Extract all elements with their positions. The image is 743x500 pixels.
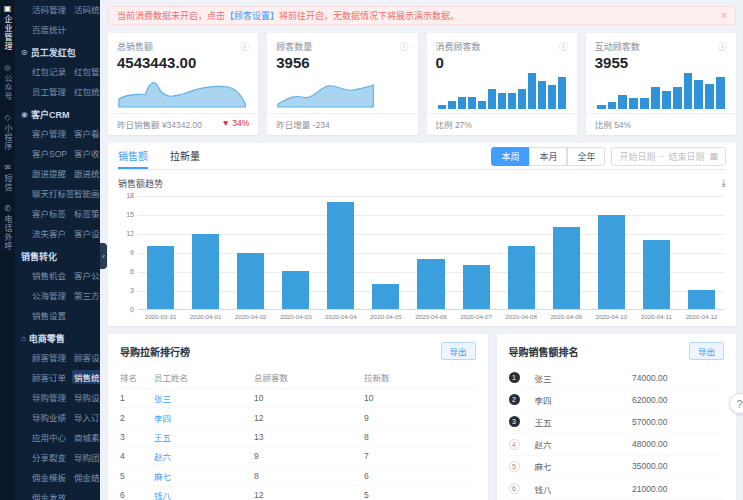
alert-settings-link[interactable]: 【顾客设置】 xyxy=(225,9,279,22)
info-icon[interactable]: ⓘ xyxy=(718,40,727,53)
range-year-button[interactable]: 全年 xyxy=(567,147,605,166)
close-icon[interactable]: × xyxy=(721,10,727,21)
bar-2020-04-04[interactable] xyxy=(327,202,354,309)
x-tick-label: 2020-04-06 xyxy=(408,313,453,320)
rail-item-短信[interactable]: ✉短信 xyxy=(3,164,12,192)
table-row: 4赵六97 xyxy=(120,447,476,466)
bar-2020-04-09[interactable] xyxy=(553,227,580,309)
menu-item-智能画像[interactable]: 智能画像 xyxy=(74,187,100,199)
bar-2020-04-07[interactable] xyxy=(463,265,490,309)
menu-item-销售统计[interactable]: 销售统计 xyxy=(72,370,100,384)
sidebar-menu: 活码管理活码统计百度统计⊙员工发红包红包记录红包管理员工管理红包统计◉客户CRM… xyxy=(15,0,100,500)
employee-name-link[interactable]: 赵六 xyxy=(154,450,254,462)
menu-item-标签策略[interactable]: 标签策略 xyxy=(74,207,100,219)
menu-item-顾客设置[interactable]: 顾客设置 xyxy=(74,351,100,363)
menu-item-应用中心[interactable]: 应用中心 xyxy=(32,431,74,443)
menu-item-客户收入分配[interactable]: 客户收入分配 xyxy=(74,147,100,159)
menu-item-导购设置[interactable]: 导购设置 xyxy=(74,391,100,403)
employee-name-link[interactable]: 李四 xyxy=(154,412,254,424)
menu-item-客户SOP[interactable]: 客户SOP xyxy=(32,147,74,159)
bar-2020-04-05[interactable] xyxy=(372,284,399,309)
bar-2020-04-03[interactable] xyxy=(282,271,309,309)
employee-name-link[interactable]: 王五 xyxy=(154,431,254,443)
new-customers-cell: 7 xyxy=(364,451,476,461)
sidebar-collapse-handle[interactable]: ‹ xyxy=(100,243,107,269)
rail-item-电话外呼[interactable]: ✆电话外呼 xyxy=(3,205,12,251)
menu-item-分享裂变[interactable]: 分享裂变 xyxy=(32,451,74,463)
menu-item-佣金发放[interactable]: 佣金发放 xyxy=(32,491,74,500)
menu-item-客户设置[interactable]: 客户设置 xyxy=(74,227,100,239)
menu-item-客户标签[interactable]: 客户标签 xyxy=(32,207,74,219)
export-button[interactable]: 导出 xyxy=(689,342,724,360)
menu-item-公海管理[interactable]: 公海管理 xyxy=(32,289,74,301)
employee-name-link[interactable]: 张三 xyxy=(154,392,254,404)
menu-item-佣金模板[interactable]: 佣金模板 xyxy=(32,471,74,483)
bar-2020-04-11[interactable] xyxy=(643,240,670,309)
menu-item-客户看板[interactable]: 客户看板 xyxy=(74,127,100,139)
menu-row: 导购业绩导入订单 xyxy=(15,411,100,423)
menu-item-客户管理[interactable]: 客户管理 xyxy=(32,127,74,139)
rail-item-小程序[interactable]: ◇小程序 xyxy=(3,114,12,151)
rail-item-公众号[interactable]: ◎公众号 xyxy=(3,64,12,101)
employee-name-link[interactable]: 钱八 xyxy=(154,489,254,500)
rail-item-label: 电话外呼 xyxy=(3,215,12,251)
bar-2020-04-10[interactable] xyxy=(598,215,625,309)
bar-column xyxy=(499,196,544,309)
bar-2020-03-31[interactable] xyxy=(147,246,174,309)
menu-item-流失客户[interactable]: 流失客户 xyxy=(32,227,74,239)
spark-bar xyxy=(558,77,566,109)
card-title: 互动顾客数 xyxy=(595,40,640,53)
menu-item-红包管理[interactable]: 红包管理 xyxy=(74,65,100,77)
sales-area-sparkline xyxy=(117,73,249,109)
info-icon[interactable]: ⓘ xyxy=(240,40,249,53)
employee-name-link[interactable]: 麻七 xyxy=(154,470,254,482)
rail-item-企业管理[interactable]: ▣企业管理 xyxy=(3,5,12,51)
range-week-button[interactable]: 本周 xyxy=(491,147,529,166)
menu-item-佣金结算[interactable]: 佣金结算 xyxy=(74,471,100,483)
range-month-button[interactable]: 本月 xyxy=(529,147,567,166)
menu-item-红包统计[interactable]: 红包统计 xyxy=(74,85,100,97)
menu-item-活码管理[interactable]: 活码管理 xyxy=(32,3,74,15)
menu-item-员工管理[interactable]: 员工管理 xyxy=(32,85,74,97)
info-icon[interactable]: ⓘ xyxy=(399,40,408,53)
bar-2020-04-12[interactable] xyxy=(688,290,715,309)
card-consuming-customers: 消费顾客数ⓘ 0 比例 27% xyxy=(427,33,577,135)
menu-item-红包记录[interactable]: 红包记录 xyxy=(32,65,74,77)
export-button[interactable]: 导出 xyxy=(441,342,476,360)
panel-title: 导购拉新排行榜 xyxy=(120,344,190,359)
menu-item-第三方接入[interactable]: 第三方接入 xyxy=(74,289,100,301)
menu-item-聊天打标签[interactable]: 聊天打标签 xyxy=(32,187,74,199)
menu-item-销售机会[interactable]: 销售机会 xyxy=(32,269,74,281)
menu-item-导购业绩[interactable]: 导购业绩 xyxy=(32,411,74,423)
menu-item-导入订单[interactable]: 导入订单 xyxy=(74,411,100,423)
spark-bar xyxy=(538,81,546,109)
menu-item-跟进提醒[interactable]: 跟进提醒 xyxy=(32,167,74,179)
menu-item-导购团队[interactable]: 导购团队 xyxy=(74,451,100,463)
new-customers-cell: 10 xyxy=(364,393,476,403)
employee-name-cell: 李四 xyxy=(535,394,632,406)
menu-item-顾客管理[interactable]: 顾客管理 xyxy=(32,351,74,363)
rank-badge: 5 xyxy=(509,461,520,472)
menu-item-导购管理[interactable]: 导购管理 xyxy=(32,391,74,403)
menu-row: 流失客户客户设置 xyxy=(15,227,100,239)
help-icon[interactable]: ? xyxy=(729,393,743,414)
bar-2020-04-01[interactable] xyxy=(192,234,219,309)
menu-item-商城素材[interactable]: 商城素材 xyxy=(74,431,100,443)
menu-item-销售设置[interactable]: 销售设置 xyxy=(32,309,74,321)
menu-item-百度统计[interactable]: 百度统计 xyxy=(32,23,74,35)
menu-item-跟进统计[interactable]: 跟进统计 xyxy=(74,167,100,179)
date-range-picker[interactable]: 开始日期 - 结束日期 ▦ xyxy=(611,147,726,166)
tab-new-customers[interactable]: 拉新量 xyxy=(170,143,200,169)
bar-2020-04-02[interactable] xyxy=(237,253,264,310)
tab-sales[interactable]: 销售额 xyxy=(118,143,148,169)
menu-item-顾客订单[interactable]: 顾客订单 xyxy=(32,371,74,383)
menu-item-活码统计[interactable]: 活码统计 xyxy=(74,3,100,15)
bar-2020-04-08[interactable] xyxy=(508,246,535,309)
bar-2020-04-06[interactable] xyxy=(417,259,444,309)
bar-column xyxy=(228,196,273,309)
new-customer-ranking-panel: 导购拉新排行榜 导出 排名员工姓名总顾客数拉新数 1张三10102李四1293王… xyxy=(108,334,488,500)
menu-item-客户公海[interactable]: 客户公海 xyxy=(74,269,100,281)
spark-bar xyxy=(662,91,671,109)
download-icon[interactable]: ⤓ xyxy=(722,177,726,189)
info-icon[interactable]: ⓘ xyxy=(559,40,568,53)
